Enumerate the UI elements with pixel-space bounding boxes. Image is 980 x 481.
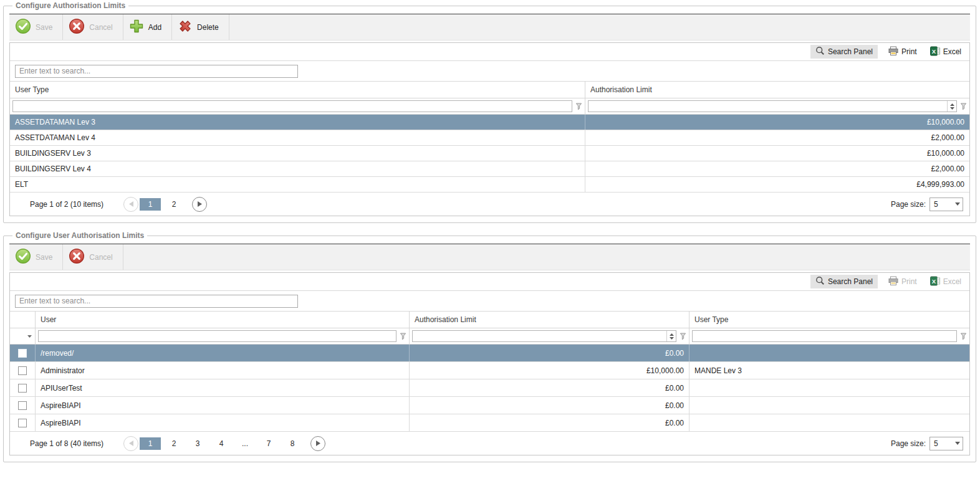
user-type-cell	[689, 414, 969, 431]
user-type-filter-input[interactable]	[692, 330, 957, 342]
save-button[interactable]: Save	[9, 14, 63, 40]
user-type-cell	[689, 379, 969, 396]
column-header-authorisation-limit[interactable]: Authorisation Limit	[585, 82, 969, 98]
print-label: Print	[901, 277, 917, 286]
search-input[interactable]	[15, 65, 298, 78]
table-row[interactable]: APIUserTest £0.00	[10, 379, 969, 397]
page-number[interactable]: 4	[209, 439, 233, 448]
row-checkbox[interactable]	[18, 366, 27, 375]
filter-funnel-icon[interactable]	[678, 333, 687, 340]
filter-cell-authorisation-limit	[585, 98, 969, 114]
page-size-label: Page size:	[891, 439, 926, 448]
page-size-select[interactable]: 5	[930, 437, 963, 450]
limit-cell: £10,000.00	[585, 115, 969, 130]
row-checkbox[interactable]	[18, 401, 27, 410]
chevron-down-icon	[955, 202, 960, 206]
filter-row	[10, 98, 969, 115]
limit-cell: £2,000.00	[585, 161, 969, 176]
delete-label: Delete	[197, 23, 219, 32]
user-type-cell: MANDE Lev 3	[689, 362, 969, 379]
print-label: Print	[901, 47, 917, 56]
table-row[interactable]: /removed/ £0.00	[10, 345, 969, 362]
page-number-current[interactable]: 1	[140, 437, 161, 450]
filter-funnel-icon[interactable]	[398, 333, 407, 340]
filter-funnel-icon[interactable]	[959, 333, 968, 340]
column-header-user[interactable]: User	[36, 312, 410, 328]
save-label: Save	[36, 23, 52, 32]
row-checkbox-cell	[10, 379, 36, 396]
search-icon	[815, 276, 825, 287]
filter-cell-checkbox[interactable]	[10, 328, 36, 344]
user-cell: /removed/	[36, 345, 410, 361]
search-panel-button[interactable]: Search Panel	[810, 45, 878, 59]
column-header-authorisation-limit[interactable]: Authorisation Limit	[410, 312, 689, 328]
table-row[interactable]: ELT £4,999,993.00	[10, 177, 969, 193]
page-number-current[interactable]: 1	[140, 198, 161, 211]
cancel-label: Cancel	[89, 253, 112, 262]
grid-toolbar: Search Panel Print X Excel	[10, 43, 969, 61]
user-filter-input[interactable]	[38, 330, 396, 342]
excel-button[interactable]: X Excel	[928, 45, 964, 59]
page-number[interactable]: 2	[162, 200, 186, 209]
authorisation-limit-filter-input[interactable]	[588, 100, 957, 112]
delete-button[interactable]: Delete	[172, 14, 229, 40]
table-row[interactable]: ASSETDATAMAN Lev 4 £2,000.00	[10, 130, 969, 146]
page-number[interactable]: 7	[257, 439, 281, 448]
table-row[interactable]: ASSETDATAMAN Lev 3 £10,000.00	[10, 115, 969, 130]
print-button[interactable]: Print	[886, 275, 920, 288]
page-size-select[interactable]: 5	[930, 198, 963, 211]
search-input[interactable]	[15, 295, 298, 308]
excel-icon: X	[930, 46, 940, 58]
limit-cell: £0.00	[410, 345, 689, 361]
delete-x-icon	[178, 19, 193, 36]
row-checkbox[interactable]	[18, 384, 27, 393]
filter-funnel-icon[interactable]	[574, 103, 583, 110]
cancel-button[interactable]: Cancel	[63, 14, 123, 40]
table-row[interactable]: AspireBIAPI £0.00	[10, 414, 969, 432]
prev-page-button[interactable]	[123, 197, 138, 212]
group-title: Configure User Authorisation Limits	[12, 231, 147, 240]
chevron-down-icon	[955, 442, 960, 445]
filter-cell-authorisation-limit	[410, 328, 689, 344]
next-page-button[interactable]	[310, 436, 325, 451]
page-size-label: Page size:	[891, 200, 926, 209]
row-checkbox[interactable]	[18, 349, 27, 358]
table-row[interactable]: Administrator £10,000.00 MANDE Lev 3	[10, 362, 969, 379]
row-checkbox[interactable]	[18, 419, 27, 427]
column-header-checkbox[interactable]	[10, 312, 36, 328]
configure-authorisation-limits-screen: Configure Authorisation Limits Save Canc…	[0, 0, 980, 481]
print-button[interactable]: Print	[886, 45, 920, 59]
row-checkbox-cell	[10, 397, 36, 414]
filter-funnel-icon[interactable]	[959, 103, 968, 110]
column-header-user-type[interactable]: User Type	[10, 82, 585, 98]
table-row[interactable]: AspireBIAPI £0.00	[10, 397, 969, 414]
column-headers: User Type Authorisation Limit	[10, 82, 969, 98]
user-type-filter-input[interactable]	[12, 100, 572, 112]
page-number[interactable]: 2	[162, 439, 186, 448]
user-authorisation-limits-grid: Search Panel Print X Excel	[9, 272, 970, 455]
page-number[interactable]: 8	[281, 439, 304, 448]
svg-text:X: X	[931, 277, 936, 284]
add-button[interactable]: Add	[123, 14, 172, 40]
group-configure-user-authorisation-limits: Configure User Authorisation Limits Save…	[3, 236, 976, 462]
pager: Page 1 of 2 (10 items) 1 2 Page size: 5	[10, 193, 969, 216]
excel-button[interactable]: X Excel	[928, 275, 964, 288]
column-header-user-type[interactable]: User Type	[689, 312, 969, 328]
toolbar: Save Cancel Add Delete	[9, 14, 970, 40]
authorisation-limit-filter-input[interactable]	[412, 330, 676, 342]
spin-buttons[interactable]	[666, 331, 676, 341]
cancel-button[interactable]: Cancel	[63, 244, 123, 270]
spin-buttons[interactable]	[947, 101, 956, 112]
prev-page-button[interactable]	[123, 436, 138, 451]
user-cell: APIUserTest	[36, 379, 410, 396]
table-row[interactable]: BUILDINGSERV Lev 3 £10,000.00	[10, 146, 969, 161]
search-panel-button[interactable]: Search Panel	[810, 275, 878, 288]
next-page-button[interactable]	[192, 197, 207, 212]
table-row[interactable]: BUILDINGSERV Lev 4 £2,000.00	[10, 161, 969, 177]
grid-search-row	[10, 291, 969, 312]
authorisation-limits-grid: Search Panel Print X Excel	[9, 42, 970, 216]
page-number[interactable]: 3	[186, 439, 209, 448]
user-type-cell: ASSETDATAMAN Lev 4	[10, 130, 585, 145]
save-button[interactable]: Save	[9, 244, 63, 270]
save-icon	[15, 248, 31, 267]
